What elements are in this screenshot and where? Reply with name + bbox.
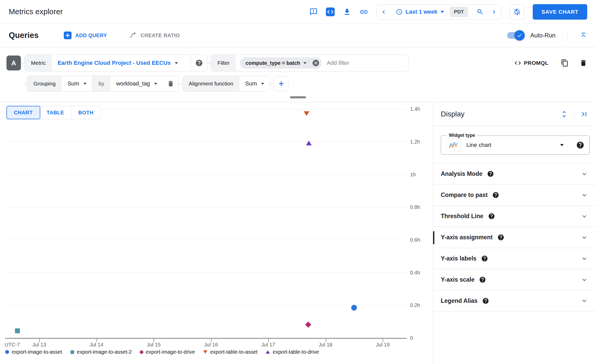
top-bar: Metrics explorer <box>0 0 596 24</box>
data-point-export-table-to-drive <box>309 142 312 146</box>
code-button[interactable] <box>326 7 335 16</box>
filter-chip[interactable]: compute_type = batch <box>240 57 322 69</box>
connector <box>179 83 182 84</box>
tab-both[interactable]: BOTH <box>71 106 101 119</box>
gridline <box>5 305 407 305</box>
collapse-right-icon <box>580 110 588 118</box>
feedback-button[interactable] <box>309 8 318 16</box>
autorun-wrap: Auto-Run <box>506 29 587 41</box>
time-back-button[interactable] <box>377 5 391 19</box>
grouping-row: Grouping Sum by workload_tag <box>23 76 289 92</box>
download-button[interactable] <box>343 8 351 16</box>
help-icon <box>576 141 584 149</box>
trash-icon <box>579 59 587 67</box>
time-range-label: Last 1 week <box>406 9 438 15</box>
legend-item-export-image-to-drive[interactable]: export-image-to-drive <box>140 349 195 355</box>
chevron-down-icon <box>154 83 157 85</box>
cancel-icon <box>312 59 320 67</box>
section-y-axis-scale[interactable]: Y-axis scale <box>433 269 596 290</box>
remove-grouping-button[interactable] <box>163 76 178 91</box>
promql-button[interactable]: PROMQL <box>513 59 550 67</box>
duplicate-query-button[interactable] <box>561 59 569 67</box>
grouping-label: Grouping <box>27 76 62 91</box>
create-ratio-button[interactable]: CREATE RATIO <box>128 31 181 39</box>
alignment-control: Alignment function Sum <box>182 76 270 92</box>
remove-filter-button[interactable] <box>312 59 320 67</box>
divider <box>309 59 309 67</box>
copy-icon <box>561 59 569 67</box>
chevron-down-icon <box>581 297 588 305</box>
delete-query-button[interactable] <box>579 59 587 67</box>
metric-help-button[interactable] <box>191 55 207 71</box>
section-analysis-mode[interactable]: Analysis Mode <box>433 163 596 184</box>
section-y-axis-assignment[interactable]: Y-axis assignment <box>433 227 596 248</box>
chevron-down-icon <box>83 83 87 85</box>
time-range-selector[interactable]: Last 1 week PDT <box>391 5 473 19</box>
query-row-actions: PROMQL <box>513 59 587 67</box>
y-axis-label: 1.4h <box>410 106 420 112</box>
download-icon <box>343 8 351 16</box>
chevron-down-icon <box>581 212 588 220</box>
alignment-function-select[interactable]: Sum <box>239 76 270 91</box>
query-letter-badge: A <box>6 56 21 70</box>
diamond-marker-icon <box>139 350 144 354</box>
tab-chart[interactable]: CHART <box>6 106 40 119</box>
panel-scrollbar[interactable] <box>433 231 434 244</box>
add-step-button[interactable] <box>274 76 289 91</box>
x-axis-label: Jul 14 <box>79 342 115 348</box>
x-axis-line <box>5 338 407 339</box>
triangle-down-marker-icon <box>203 350 207 354</box>
connector <box>21 63 25 63</box>
legend-item-export-table-to-asset[interactable]: export-table-to-asset <box>203 349 257 355</box>
grouping-function-select[interactable]: Sum <box>62 76 92 91</box>
legend-item-export-image-to-asset-2[interactable]: export-image-to-asset-2 <box>70 349 132 355</box>
add-filter-input[interactable]: Add filter <box>322 55 409 71</box>
resize-drag-handle[interactable] <box>290 96 306 98</box>
x-axis-label: Jul 13 <box>21 342 57 348</box>
square-marker-icon <box>70 350 74 354</box>
gridline <box>5 175 407 175</box>
section-threshold-line[interactable]: Threshold Line <box>433 205 596 227</box>
section-y-axis-labels[interactable]: Y-axis labels <box>433 248 596 269</box>
metric-control: Metric Earth Engine Cloud Project - Used… <box>25 54 207 72</box>
data-point-export-image-to-drive <box>308 323 311 328</box>
save-chart-button[interactable]: SAVE CHART <box>533 4 587 20</box>
metric-select[interactable]: Earth Engine Cloud Project - Used EECUs <box>52 55 191 71</box>
collapse-all-icon <box>579 31 587 39</box>
y-axis-label: 0.4h <box>410 270 420 276</box>
clock-icon <box>396 9 403 15</box>
zoom-out-button[interactable] <box>473 5 487 19</box>
add-icon <box>64 31 72 39</box>
tab-table[interactable]: TABLE <box>40 106 72 119</box>
time-forward-button[interactable] <box>487 5 501 19</box>
gridline <box>5 207 407 207</box>
collapse-panel-button[interactable] <box>580 110 588 118</box>
trash-icon <box>167 80 174 87</box>
timezone-badge: PDT <box>450 7 468 17</box>
auto-refresh-toggle-button[interactable] <box>509 4 524 19</box>
time-range-group: Last 1 week PDT <box>377 4 501 19</box>
chevron-down-icon <box>303 62 307 64</box>
divider <box>567 29 568 41</box>
widget-type-field[interactable]: Widget type Line chart <box>441 136 590 155</box>
chevron-down-icon <box>581 191 588 199</box>
section-legend-alias[interactable]: Legend Alias <box>433 290 596 311</box>
auto-run-toggle[interactable] <box>506 30 525 41</box>
y-axis-label: 1.2h <box>410 139 420 145</box>
display-panel-header: Display <box>433 102 596 126</box>
group-by-select[interactable]: workload_tag <box>111 76 163 91</box>
display-sections: Analysis ModeCompare to pastThreshold Li… <box>433 163 596 311</box>
x-axis-label: Jul 17 <box>250 342 286 348</box>
legend-item-export-image-to-asset[interactable]: export-image-to-asset <box>5 349 62 355</box>
legend-item-export-table-to-drive[interactable]: export-table-to-drive <box>266 349 319 355</box>
collapse-all-button[interactable] <box>579 31 587 39</box>
widget-type-help-button[interactable] <box>576 141 584 149</box>
link-button[interactable] <box>359 7 368 16</box>
link-icon <box>359 7 368 16</box>
section-compare-to-past[interactable]: Compare to past <box>433 184 596 205</box>
auto-refresh-off-icon <box>513 8 521 16</box>
metric-label: Metric <box>25 55 52 71</box>
add-query-button[interactable]: ADD QUERY <box>62 31 108 39</box>
expand-all-button[interactable] <box>560 110 568 118</box>
top-bar-actions: Last 1 week PDT <box>309 4 587 20</box>
